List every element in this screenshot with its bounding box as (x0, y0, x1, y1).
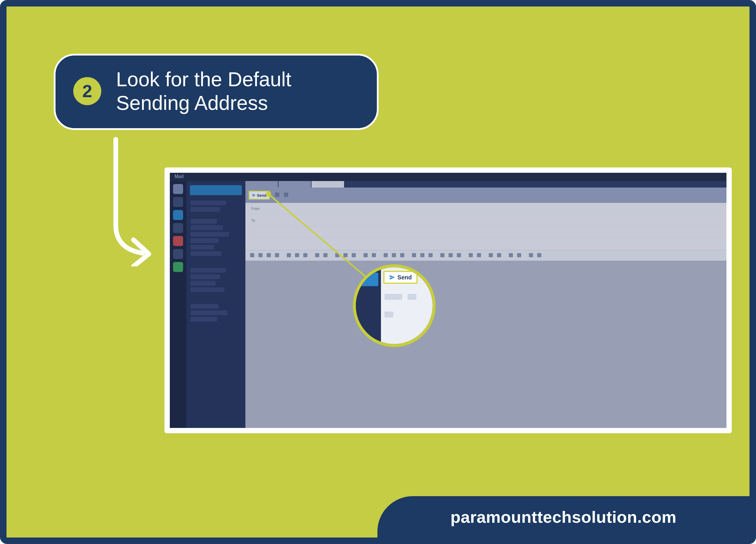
mail-app-screenshot: Mail (170, 173, 726, 428)
format-icon[interactable] (477, 253, 481, 257)
nav-item[interactable] (190, 304, 219, 309)
nav-item[interactable] (190, 317, 217, 322)
compose-body[interactable] (245, 261, 726, 428)
tab[interactable] (245, 181, 278, 188)
rail-icon[interactable] (173, 262, 183, 272)
compose-toolbar: Send (245, 188, 726, 203)
flow-arrow-icon (98, 136, 157, 266)
nav-item[interactable] (190, 207, 220, 212)
to-field[interactable]: To (251, 216, 721, 226)
format-icon[interactable] (509, 253, 513, 257)
format-icon[interactable] (287, 253, 291, 257)
rail-icon[interactable] (173, 210, 183, 220)
mag-send-button: Send (383, 271, 418, 284)
format-icon[interactable] (529, 253, 533, 257)
nav-item[interactable] (190, 281, 216, 286)
format-icon[interactable] (412, 253, 416, 257)
format-icon[interactable] (343, 253, 348, 257)
mag-send-label: Send (397, 274, 412, 281)
format-icon[interactable] (440, 253, 444, 257)
rail-icon[interactable] (173, 184, 183, 194)
rail-icon[interactable] (173, 236, 183, 246)
send-button-label: Send (257, 193, 266, 198)
format-icon[interactable] (352, 253, 356, 257)
step-title: Look for the DefaultSending Address (116, 67, 291, 115)
format-icon[interactable] (489, 253, 493, 257)
to-label: To (251, 219, 255, 223)
send-button[interactable]: Send (248, 190, 270, 200)
paper-plane-icon (389, 274, 395, 280)
step-number-badge: 2 (73, 77, 101, 105)
nav-item[interactable] (190, 201, 226, 205)
rail-icon[interactable] (173, 223, 183, 233)
format-icon[interactable] (384, 253, 388, 257)
mag-content: Send (381, 267, 433, 344)
app-titlebar: Mail (170, 173, 726, 181)
format-icon[interactable] (364, 253, 368, 257)
paper-plane-icon (252, 193, 256, 197)
tab-strip (245, 181, 726, 188)
nav-item[interactable] (190, 268, 226, 273)
instruction-card: 2 Look for the DefaultSending Address Ma… (0, 0, 756, 544)
nav-item[interactable] (190, 310, 227, 315)
tab-active[interactable] (312, 181, 344, 188)
format-icon[interactable] (420, 253, 424, 257)
format-icon[interactable] (323, 253, 328, 257)
mag-field-row (408, 294, 416, 300)
format-icon[interactable] (537, 253, 541, 257)
format-icon[interactable] (335, 253, 339, 257)
tab[interactable] (278, 181, 311, 188)
format-icon[interactable] (295, 253, 299, 257)
format-icon[interactable] (469, 253, 473, 257)
nav-item[interactable] (190, 238, 219, 243)
format-icon[interactable] (303, 253, 307, 257)
format-icon[interactable] (275, 253, 279, 257)
mag-field-row (384, 294, 402, 300)
toolbar-icon[interactable] (275, 193, 279, 197)
format-icon[interactable] (400, 253, 404, 257)
format-icon[interactable] (315, 253, 319, 257)
nav-item[interactable] (190, 245, 214, 250)
nav-item[interactable] (190, 274, 220, 279)
nav-item[interactable] (190, 251, 221, 256)
format-icon[interactable] (267, 253, 271, 257)
app-rail (170, 181, 186, 428)
from-field[interactable]: From (251, 205, 721, 214)
format-icon[interactable] (497, 253, 501, 257)
app-title: Mail (175, 174, 184, 179)
compose-button[interactable] (190, 185, 242, 195)
format-icon[interactable] (372, 253, 376, 257)
from-label: From (251, 207, 260, 211)
rail-icon[interactable] (173, 249, 183, 259)
rail-icon[interactable] (173, 197, 183, 207)
magnifier-callout: Send (353, 264, 436, 347)
screenshot-frame: Mail (164, 167, 732, 433)
folder-nav (186, 181, 245, 428)
format-icon[interactable] (428, 253, 433, 257)
format-toolbar (245, 250, 726, 261)
nav-item[interactable] (190, 225, 223, 230)
format-icon[interactable] (457, 253, 461, 257)
footer-domain: paramounttechsolution.com (450, 507, 676, 527)
footer-brand-tab: paramounttechsolution.com (377, 496, 750, 538)
format-icon[interactable] (517, 253, 521, 257)
nav-item[interactable] (190, 232, 229, 237)
toolbar-icon[interactable] (284, 193, 288, 197)
nav-item[interactable] (190, 287, 224, 292)
mag-field-row (384, 312, 393, 317)
compose-fields: From To (245, 203, 726, 250)
step-badge: 2 Look for the DefaultSending Address (54, 54, 379, 130)
subject-field[interactable] (251, 228, 721, 238)
format-icon[interactable] (258, 253, 263, 257)
nav-item[interactable] (190, 219, 217, 224)
format-icon[interactable] (449, 253, 453, 257)
format-icon[interactable] (250, 253, 254, 257)
format-icon[interactable] (392, 253, 396, 257)
